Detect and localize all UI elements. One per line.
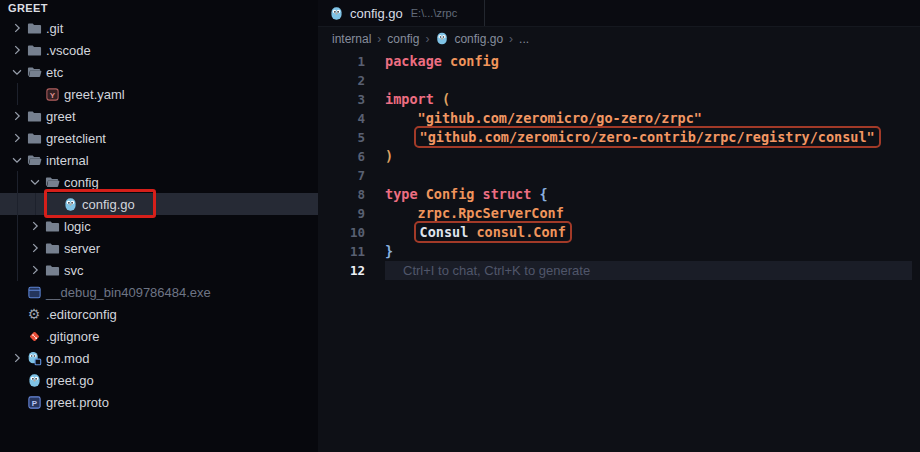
- code-token: config: [450, 53, 499, 69]
- breadcrumb-item-config[interactable]: config: [387, 32, 419, 46]
- code-token: "github.com/zeromicro/go-zero/zrpc": [418, 110, 702, 126]
- chevron-right-icon[interactable]: [26, 218, 44, 234]
- code-line-5[interactable]: 5 "github.com/zeromicro/zero-contrib/zrp…: [318, 128, 920, 147]
- tree-item-label: server: [64, 241, 100, 256]
- chevron-spacer: [8, 394, 26, 410]
- tree-item-server[interactable]: server: [0, 237, 318, 259]
- tree-item-label: __debug_bin409786484.exe: [46, 285, 211, 300]
- breadcrumb-separator-icon: ›: [377, 32, 381, 46]
- chevron-right-icon[interactable]: [8, 20, 26, 36]
- code-line-6[interactable]: 6): [318, 147, 920, 166]
- tree-item-editorconfig[interactable]: ⚙.editorconfig: [0, 303, 318, 325]
- folder-file-icon: [44, 240, 60, 256]
- code-line-1[interactable]: 1package config: [318, 52, 920, 71]
- tree-item-gitignore[interactable]: .gitignore: [0, 325, 318, 347]
- tree-item-vscode[interactable]: .vscode: [0, 39, 318, 61]
- tree-item-config[interactable]: config: [0, 171, 318, 193]
- folder-open-file-icon: [26, 152, 42, 168]
- code-token: zrpc.RpcServerConf: [418, 205, 564, 221]
- tree-item-greet[interactable]: greet: [0, 105, 318, 127]
- breadcrumb-item-[interactable]: ...: [519, 32, 529, 46]
- ai-hint-text: Ctrl+I to chat, Ctrl+K to generate: [403, 263, 590, 278]
- tree-item-go-mod[interactable]: go.mod: [0, 347, 318, 369]
- code-line-3[interactable]: 3import (: [318, 90, 920, 109]
- folder-file-icon: [26, 108, 42, 124]
- code-line-content: Ctrl+I to chat, Ctrl+K to generate: [385, 261, 912, 280]
- tree-item-greet-proto[interactable]: Pgreet.proto: [0, 391, 318, 413]
- tree-item-git[interactable]: .git: [0, 17, 318, 39]
- breadcrumb-label: config: [387, 32, 419, 46]
- code-token: [434, 91, 442, 107]
- chevron-down-icon[interactable]: [26, 174, 44, 190]
- code-line-7[interactable]: 7: [318, 166, 920, 185]
- code-line-11[interactable]: 11}: [318, 242, 920, 261]
- code-token: [442, 53, 450, 69]
- line-number: 2: [318, 71, 365, 90]
- tree-item-debug-bin409786484-exe[interactable]: __debug_bin409786484.exe: [0, 281, 318, 303]
- code-line-12[interactable]: 12Ctrl+I to chat, Ctrl+K to generate: [318, 261, 920, 280]
- go-file-icon: [328, 5, 344, 21]
- code-line-2[interactable]: 2: [318, 71, 920, 90]
- annotation-box-code: "github.com/zeromicro/zero-contrib/zrpc/…: [414, 126, 881, 148]
- folder-file-icon: [26, 42, 42, 58]
- code-token: [385, 110, 418, 126]
- breadcrumb-label: ...: [519, 32, 529, 46]
- breadcrumb-item-config-go[interactable]: config.go: [435, 32, 503, 46]
- indent-guide: [17, 83, 18, 105]
- code-token: Consul: [420, 224, 469, 240]
- chevron-right-icon[interactable]: [8, 108, 26, 124]
- chevron-right-icon[interactable]: [26, 262, 44, 278]
- tree-item-greetclient[interactable]: greetclient: [0, 127, 318, 149]
- tree-item-logic[interactable]: logic: [0, 215, 318, 237]
- tab-config-go[interactable]: config.go E:\...\zrpc: [318, 0, 485, 26]
- code-line-content: }: [385, 242, 912, 261]
- chevron-down-icon[interactable]: [8, 152, 26, 168]
- chevron-down-icon[interactable]: [8, 64, 26, 80]
- folder-open-file-icon: [26, 64, 42, 80]
- chevron-right-icon[interactable]: [8, 350, 26, 366]
- code-token: import: [385, 91, 434, 107]
- code-token: "github.com/zeromicro/zero-contrib/zrpc/…: [420, 129, 875, 145]
- code-line-content: import (: [385, 90, 912, 109]
- annotation-box-code: Consul consul.Conf: [414, 221, 572, 243]
- tree-item-etc[interactable]: etc: [0, 61, 318, 83]
- code-line-8[interactable]: 8type Config struct {: [318, 185, 920, 204]
- breadcrumb-label: config.go: [454, 32, 503, 46]
- code-line-content: Consul consul.Conf: [385, 223, 912, 242]
- tree-item-greet-go[interactable]: greet.go: [0, 369, 318, 391]
- tree-item-label: .git: [46, 21, 63, 36]
- tab-bar: config.go E:\...\zrpc: [318, 0, 920, 27]
- code-line-content: [385, 71, 912, 90]
- tree-item-svc[interactable]: svc: [0, 259, 318, 281]
- line-number: 10: [318, 223, 365, 242]
- code-line-10[interactable]: 10 Consul consul.Conf: [318, 223, 920, 242]
- code-token: type: [385, 186, 418, 202]
- code-token: ): [385, 148, 393, 164]
- code-line-9[interactable]: 9 zrpc.RpcServerConf: [318, 204, 920, 223]
- tree-item-label: greet: [46, 109, 76, 124]
- chevron-right-icon[interactable]: [8, 130, 26, 146]
- tree-item-greet-yaml[interactable]: Ygreet.yaml: [0, 83, 318, 105]
- explorer-root-header[interactable]: GREET: [0, 0, 318, 17]
- tree-item-label: internal: [46, 153, 89, 168]
- tree-item-config-go[interactable]: config.go: [0, 193, 318, 215]
- code-token: consul.Conf: [476, 224, 565, 240]
- gear-file-icon: ⚙: [26, 306, 42, 322]
- tree-item-label: .gitignore: [46, 329, 99, 344]
- indent-guide: [17, 171, 18, 193]
- line-number: 9: [318, 204, 365, 223]
- yaml-file-icon: Y: [44, 86, 60, 102]
- indent-guide: [17, 259, 18, 281]
- code-area[interactable]: 1package config23import (4 "github.com/z…: [318, 50, 920, 452]
- code-line-content: [385, 166, 912, 185]
- tree-item-label: etc: [46, 65, 63, 80]
- breadcrumb-separator-icon: ›: [509, 32, 513, 46]
- gomod-file-icon: [26, 350, 42, 366]
- breadcrumb-item-internal[interactable]: internal: [332, 32, 371, 46]
- chevron-right-icon[interactable]: [8, 42, 26, 58]
- line-number: 1: [318, 52, 365, 71]
- chevron-right-icon[interactable]: [26, 240, 44, 256]
- editor-group: config.go E:\...\zrpc internal›config›co…: [318, 0, 920, 452]
- tree-item-internal[interactable]: internal: [0, 149, 318, 171]
- explorer-sidebar: GREET .git.vscodeetcYgreet.yamlgreetgree…: [0, 0, 318, 452]
